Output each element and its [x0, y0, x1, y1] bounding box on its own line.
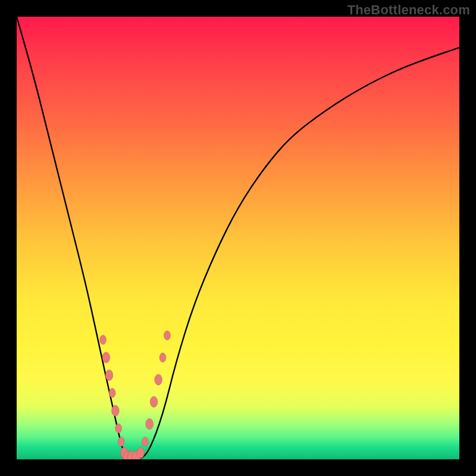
watermark-text: TheBottleneck.com [347, 2, 470, 18]
curve-marker [109, 389, 115, 398]
curve-markers [100, 331, 171, 459]
curve-marker [155, 374, 162, 385]
curve-marker [112, 405, 120, 416]
curve-marker [159, 353, 166, 362]
chart-stage: TheBottleneck.com [0, 0, 476, 476]
curve-marker [164, 331, 171, 340]
bottleneck-curve [17, 17, 459, 459]
curve-marker [146, 418, 154, 429]
curve-marker [137, 447, 145, 458]
curve-marker [142, 437, 148, 446]
curve-marker [115, 424, 122, 433]
curve-marker [118, 437, 124, 446]
curve-path [17, 17, 459, 459]
plot-area [17, 17, 459, 459]
curve-layer [17, 17, 459, 459]
curve-marker [150, 396, 158, 407]
curve-marker [102, 352, 110, 363]
curve-marker [105, 370, 113, 381]
curve-marker [100, 335, 107, 345]
